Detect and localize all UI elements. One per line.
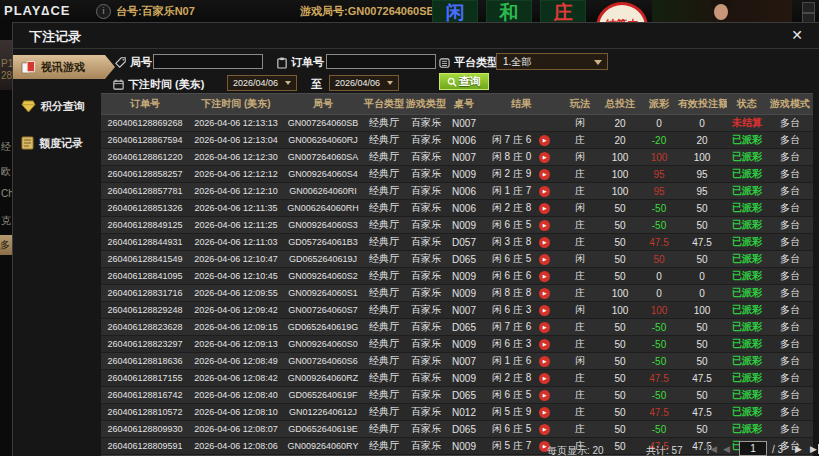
date-to-label: 至: [311, 77, 322, 92]
play-icon[interactable]: [539, 152, 550, 163]
query-button[interactable]: 查询: [439, 73, 489, 90]
cell-result: 闲 6 庄 5: [481, 251, 561, 268]
cell-play-type: 闲: [561, 200, 599, 217]
cell-payout: -50: [641, 200, 677, 217]
cell-payout: -50: [641, 217, 677, 234]
play-icon[interactable]: [539, 135, 550, 146]
sidebar-item-points-query[interactable]: 积分查询: [13, 94, 109, 118]
cell-game-type: 百家乐: [405, 217, 447, 234]
cell-order-no: 260406128857781: [101, 183, 189, 200]
page-total-label: / 3: [772, 444, 783, 455]
order-no-input[interactable]: [326, 54, 436, 69]
cell-platform-type: 经典厅: [363, 132, 405, 149]
table-row: 260406128817155 2026-04-06 12:08:42 GN00…: [101, 370, 813, 387]
cell-payout: 95: [641, 183, 677, 200]
bet-tile-player[interactable]: 闲: [432, 0, 478, 24]
first-page-icon[interactable]: ◀: [707, 444, 717, 454]
platform-type-select[interactable]: 1.全部: [496, 53, 608, 70]
cell-game-type: 百家乐: [405, 115, 447, 132]
cell-play-type: 庄: [561, 285, 599, 302]
next-page-icon[interactable]: ▶: [795, 444, 802, 454]
table-row: 260406128841095 2026-04-06 12:10:45 GN00…: [101, 268, 813, 285]
play-icon[interactable]: [539, 237, 550, 248]
play-icon[interactable]: [539, 271, 550, 282]
play-icon[interactable]: [539, 356, 550, 367]
play-icon[interactable]: [539, 220, 550, 231]
date-to-value: 2026/04/06: [335, 78, 380, 88]
play-icon[interactable]: [539, 390, 550, 401]
cell-total-bet: 100: [599, 302, 641, 319]
last-page-icon[interactable]: ▶: [810, 444, 819, 454]
cell-order-no: 260406128829248: [101, 302, 189, 319]
cell-game-mode: 多台: [767, 166, 813, 183]
bet-tile-tie[interactable]: 和: [486, 0, 532, 24]
cell-bet-time: 2026-04-06 12:08:07: [189, 421, 283, 438]
play-icon[interactable]: [539, 407, 550, 418]
cell-order-no: 260406128861220: [101, 149, 189, 166]
play-icon[interactable]: [539, 424, 550, 435]
bg-fragment: Cho: [1, 188, 12, 199]
cell-bet-time: 2026-04-06 12:09:15: [189, 319, 283, 336]
play-icon[interactable]: [539, 373, 550, 384]
play-icon[interactable]: [539, 288, 550, 299]
round-no-input[interactable]: [153, 54, 263, 69]
result-text: 闲 6 庄 5: [492, 252, 531, 266]
topbar-mini-icon[interactable]: [802, 2, 815, 13]
cell-table-no: N007: [447, 149, 481, 166]
prev-page-icon[interactable]: ◀: [723, 444, 730, 454]
sidebar-item-quota-records[interactable]: 额度记录: [13, 131, 109, 155]
platform-type-value: 1.全部: [503, 56, 531, 67]
bet-tile-banker[interactable]: 庄: [540, 0, 586, 24]
date-to-picker[interactable]: 2026/04/06: [329, 75, 399, 91]
cell-total-bet: 50: [599, 336, 641, 353]
play-icon[interactable]: [539, 186, 550, 197]
result-text: 闲 7 庄 6: [492, 320, 531, 334]
cell-total-bet: 50: [599, 353, 641, 370]
cell-bet-time: 2026-04-06 12:11:35: [189, 200, 283, 217]
cell-play-type: 庄: [561, 183, 599, 200]
cell-game-mode: 多台: [767, 217, 813, 234]
play-icon[interactable]: [539, 305, 550, 316]
cell-game-mode: 多台: [767, 285, 813, 302]
cell-valid-bet: 47.5: [677, 234, 727, 251]
cell-game-mode: 多台: [767, 370, 813, 387]
cell-status: 已派彩: [727, 149, 767, 166]
cell-table-no: N009: [447, 217, 481, 234]
play-icon[interactable]: [539, 169, 550, 180]
cell-bet-time: 2026-04-06 12:09:55: [189, 285, 283, 302]
cell-total-bet: 50: [599, 200, 641, 217]
cell-platform-type: 经典厅: [363, 285, 405, 302]
cell-result: 闲 1 庄 6: [481, 353, 561, 370]
cell-platform-type: 经典厅: [363, 115, 405, 132]
cell-platform-type: 经典厅: [363, 234, 405, 251]
cell-table-no: N007: [447, 353, 481, 370]
cell-result: 闲 6 庄 5: [481, 421, 561, 438]
table-row: 260406128851326 2026-04-06 12:11:35 GN00…: [101, 200, 813, 217]
cell-round-no: GN009264060RZ: [283, 370, 363, 387]
play-icon[interactable]: [539, 203, 550, 214]
cell-status: 已派彩: [727, 387, 767, 404]
play-icon[interactable]: [539, 322, 550, 333]
dealer-video-thumbnail[interactable]: [652, 0, 792, 22]
cell-status: 已派彩: [727, 421, 767, 438]
calendar-icon: [113, 79, 124, 90]
cell-payout: 100: [641, 149, 677, 166]
info-icon[interactable]: i: [96, 4, 111, 19]
cell-result: [481, 115, 561, 132]
play-icon[interactable]: [539, 339, 550, 350]
query-button-label: 查询: [459, 74, 481, 89]
cell-round-no: GN007264060S7: [283, 302, 363, 319]
page-number-input[interactable]: [739, 441, 767, 456]
sidebar-item-video-games[interactable]: 视讯游戏: [13, 55, 115, 79]
cell-table-no: N009: [447, 268, 481, 285]
play-icon[interactable]: [539, 254, 550, 265]
order-no-label: 订单号: [277, 55, 324, 70]
cell-result: 闲 6 庄 6: [481, 268, 561, 285]
cell-bet-time: 2026-04-06 12:10:47: [189, 251, 283, 268]
date-from-picker[interactable]: 2026/04/06: [227, 75, 297, 91]
close-icon[interactable]: [789, 27, 805, 43]
cell-game-mode: 多台: [767, 234, 813, 251]
cell-table-no: D065: [447, 319, 481, 336]
cell-round-no: GN0122640612J: [283, 404, 363, 421]
result-text: 闲 3 庄 8: [492, 235, 531, 249]
